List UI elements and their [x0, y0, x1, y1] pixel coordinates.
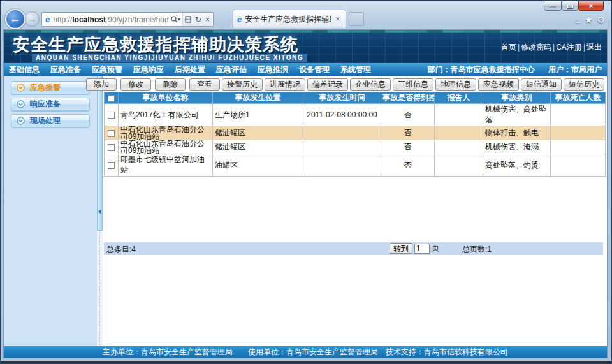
home-icon[interactable]: ⌂ — [574, 15, 579, 25]
deviation-record-button[interactable]: 偏差记录 — [307, 78, 348, 91]
sidebar-item-emergency-alarm[interactable]: 应急接警 — [11, 81, 90, 94]
table-row[interactable]: 中石化山东青岛石油分公司09加油站 储油罐区 否 机械伤害、淹溺 — [105, 140, 606, 154]
header-links: 首页|修改密码|CA注册|退出 — [501, 42, 602, 53]
select-all-checkbox[interactable] — [108, 95, 115, 102]
search-caret-icon: ▾ — [178, 17, 180, 22]
department-label: 部门：青岛市应急救援指挥中心 — [428, 65, 535, 74]
row-checkbox[interactable] — [108, 144, 115, 151]
geographic-info-button[interactable]: 地理信息 — [435, 78, 476, 91]
menu-item-emergency-evaluation[interactable]: 应急评估 — [216, 64, 247, 75]
browser-tab[interactable]: e 安全生产应急救援指挥辅助... × — [233, 10, 346, 28]
favorites-star-icon[interactable]: ★ — [585, 15, 593, 25]
emergency-video-button[interactable]: 应急视频 — [478, 78, 519, 91]
page-number-input[interactable] — [414, 244, 430, 254]
browser-window: — × ← → e http://localhost:90/yjzh/frame… — [0, 0, 612, 364]
session-info: 部门：青岛市应急救援指挥中心 用户：市局用户 — [416, 64, 602, 75]
stop-button[interactable]: × — [203, 15, 212, 24]
chevron-circle-icon — [17, 100, 25, 108]
menu-item-emergency-warning[interactable]: 应急预警 — [92, 64, 122, 75]
sms-history-button[interactable]: 短信历史 — [564, 78, 604, 91]
link-change-password[interactable]: 修改密码 — [521, 43, 551, 52]
tab-title: 安全生产应急救援指挥辅助... — [245, 14, 331, 25]
footer-text: 主办单位：青岛市安全生产监督管理局 使用单位：青岛市安全生产监督管理局 技术支持… — [103, 347, 508, 356]
content-area: 应急接警 响应准备 现场处理 添加 修改 — [4, 76, 607, 349]
url-text: http://localhost:90/yjzh/frame/homepage.… — [53, 15, 169, 24]
page-title: 安全生产应急救援指挥辅助决策系统 — [13, 33, 298, 56]
link-ca-register[interactable]: CA注册 — [556, 43, 582, 52]
link-logout[interactable]: 退出 — [586, 43, 602, 52]
new-tab-button[interactable] — [349, 12, 364, 26]
stop-icon: × — [205, 15, 210, 24]
settings-gear-icon[interactable]: ⚙ — [597, 15, 605, 25]
menu-item-equipment-management[interactable]: 设备管理 — [299, 64, 330, 75]
address-bar-tools: ▾ ↻ × — [169, 13, 212, 26]
compatibility-view-button[interactable] — [183, 16, 193, 23]
window-close-button[interactable]: × — [578, 1, 604, 11]
add-button[interactable]: 添加 — [86, 78, 117, 91]
table-row[interactable]: 即墨市七级镇中岔河加油站 油罐区 否 高处坠落、灼烫 — [105, 154, 606, 177]
table-header-row: 事故单位名称 事故发生位置 事故发生时间 事故是否得到控制 报告人 事故类别 事… — [105, 92, 606, 104]
browser-action-icons: ⌂ ★ ⚙ — [574, 15, 605, 25]
goto-page-button[interactable]: 转到 — [390, 243, 412, 254]
col-deaths: 事故死亡人数 — [551, 92, 606, 104]
ie-favicon-icon: e — [45, 15, 50, 24]
compatibility-view-icon — [185, 16, 191, 23]
col-time: 事故发生时间 — [303, 92, 381, 104]
browser-back-button[interactable]: ← — [5, 9, 26, 29]
row-checkbox[interactable] — [108, 130, 115, 137]
sidebar-item-label: 响应准备 — [30, 99, 61, 110]
menu-item-post-disposal[interactable]: 后期处置 — [175, 64, 205, 75]
3d-info-button[interactable]: 三维信息 — [393, 78, 433, 91]
tab-favicon-icon: e — [237, 15, 242, 24]
collapse-arrow-icon[interactable] — [98, 209, 101, 214]
view-button[interactable]: 查看 — [189, 78, 220, 91]
link-home[interactable]: 首页 — [501, 43, 516, 52]
row-checkbox[interactable] — [108, 162, 115, 169]
user-label: 用户：市局用户 — [548, 65, 602, 74]
menu-item-emergency-response[interactable]: 应急响应 — [133, 64, 164, 75]
window-maximize-button[interactable] — [562, 1, 578, 11]
app-header: 安全生产应急救援指挥辅助决策系统 ANQUAN SHENGCHAN YINGJI… — [4, 30, 607, 63]
app-page: 安全生产应急救援指挥辅助决策系统 ANQUAN SHENGCHAN YINGJI… — [3, 29, 608, 358]
modify-button[interactable]: 修改 — [120, 78, 151, 91]
sidebar-item-scene-handling[interactable]: 现场处理 — [11, 114, 90, 127]
sidebar-item-label: 应急接警 — [30, 82, 61, 93]
table-row[interactable]: 青岛2017化工有限公司 生产场所1 2011-02-08 00:00:00 否… — [105, 104, 606, 126]
browser-forward-button[interactable]: → — [24, 11, 40, 27]
row-checkbox[interactable] — [108, 112, 115, 119]
search-icon — [171, 16, 178, 23]
menu-item-emergency-preparation[interactable]: 应急准备 — [50, 64, 81, 75]
pagination-bar: 总条目:4 转到 页 总页数:1 — [104, 242, 603, 255]
col-location: 事故发生位置 — [213, 92, 303, 104]
col-reporter: 报告人 — [435, 92, 483, 104]
menu-item-system-management[interactable]: 系统管理 — [340, 64, 371, 75]
menu-item-emergency-drill[interactable]: 应急推演 — [258, 64, 288, 75]
sms-notify-button[interactable]: 短信通知 — [521, 78, 562, 91]
col-unit-name: 事故单位名称 — [119, 92, 213, 104]
accident-table: 事故单位名称 事故发生位置 事故发生时间 事故是否得到控制 报告人 事故类别 事… — [104, 92, 606, 177]
chevron-circle-icon — [17, 117, 25, 125]
sidebar-splitter[interactable] — [97, 76, 103, 349]
page-suffix-label: 页 — [432, 243, 439, 254]
table-row-selected[interactable]: 中石化山东青岛石油分公司09加油站 储油罐区 否 物体打击、触电 — [105, 126, 606, 140]
alarm-history-button[interactable]: 接警历史 — [222, 78, 263, 91]
main-panel: 添加 修改 删除 查看 接警历史 进展情况 偏差记录 企业信息 三维信息 地理信… — [103, 76, 607, 349]
enterprise-info-button[interactable]: 企业信息 — [350, 78, 391, 91]
total-items-label: 总条目:4 — [106, 244, 136, 255]
delete-button[interactable]: 删除 — [155, 78, 186, 91]
forward-arrow-icon: → — [28, 15, 36, 24]
sidebar-item-label: 现场处理 — [30, 115, 61, 126]
address-bar[interactable]: e http://localhost:90/yjzh/frame/homepag… — [41, 12, 214, 27]
menu-item-basic-info[interactable]: 基础信息 — [9, 64, 40, 75]
window-close-icon: × — [589, 3, 593, 10]
refresh-icon: ↻ — [195, 15, 201, 24]
search-button[interactable]: ▾ — [169, 16, 182, 23]
window-minimize-button[interactable]: — — [544, 1, 562, 11]
progress-button[interactable]: 进展情况 — [265, 78, 305, 91]
tab-close-button[interactable]: × — [333, 15, 342, 24]
total-pages-label: 总页数:1 — [462, 244, 492, 255]
maximize-icon — [567, 4, 573, 8]
minimize-icon: — — [550, 3, 556, 10]
sidebar-item-response-preparation[interactable]: 响应准备 — [11, 98, 90, 111]
refresh-button[interactable]: ↻ — [193, 15, 203, 24]
